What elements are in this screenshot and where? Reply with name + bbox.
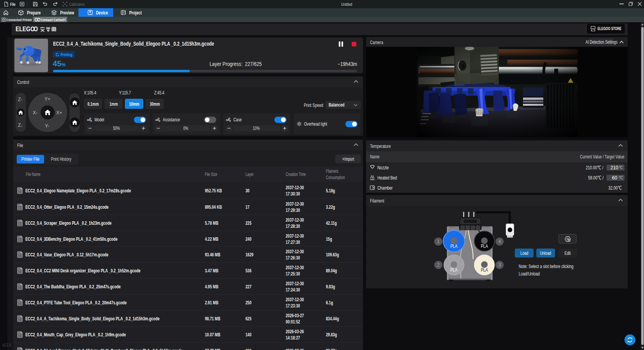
svg-text:PLA: PLA [481, 243, 488, 249]
svg-text:PLA: PLA [450, 267, 457, 273]
svg-text:2: 2 [437, 262, 440, 268]
svg-text:1: 1 [437, 239, 440, 244]
svg-text:PLA: PLA [481, 267, 488, 273]
svg-text:3: 3 [498, 262, 501, 268]
svg-text:PLA: PLA [450, 243, 457, 249]
svg-text:4: 4 [498, 239, 501, 244]
